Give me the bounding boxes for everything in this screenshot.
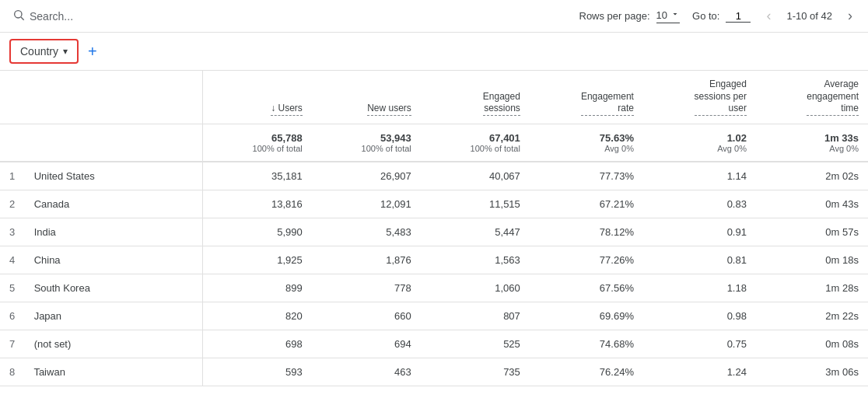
row-country-name-7: Taiwan bbox=[33, 366, 65, 378]
row-rank-7: 8 bbox=[9, 366, 22, 378]
country-filter[interactable]: Country ▾ bbox=[9, 39, 79, 64]
row-country-1: 2 Canada bbox=[0, 190, 202, 218]
rows-per-page-label: Rows per page: bbox=[579, 10, 650, 22]
col-header-new-users[interactable]: New users bbox=[312, 71, 421, 124]
row-users-3: 1,925 bbox=[202, 246, 312, 274]
row-avg-engagement-time-3: 0m 18s bbox=[756, 246, 868, 274]
row-rank-4: 5 bbox=[9, 282, 22, 294]
row-engaged-sessions-per-user-6: 0.75 bbox=[643, 330, 756, 358]
rows-per-page-dropdown-icon bbox=[670, 9, 680, 21]
col-header-engagement-rate[interactable]: Engagementrate bbox=[530, 71, 643, 124]
row-users-1: 13,816 bbox=[202, 190, 312, 218]
row-new-users-7: 463 bbox=[312, 358, 421, 386]
totals-engaged-sessions: 67,401 100% of total bbox=[421, 124, 530, 162]
dimension-header-row: Country ▾ + bbox=[0, 33, 868, 71]
table-row: 1 United States 35,181 26,907 40,067 77.… bbox=[0, 162, 868, 190]
table-row: 2 Canada 13,816 12,091 11,515 67.21% 0.8… bbox=[0, 190, 868, 218]
col-header-users[interactable]: ↓ Users bbox=[202, 71, 312, 124]
row-rank-6: 7 bbox=[9, 338, 22, 350]
data-table: ↓ Users New users Engagedsessions Engage… bbox=[0, 71, 868, 386]
row-avg-engagement-time-0: 2m 02s bbox=[756, 162, 868, 190]
row-country-5: 6 Japan bbox=[0, 302, 202, 330]
prev-page-button[interactable]: ‹ bbox=[763, 6, 774, 26]
row-country-3: 4 China bbox=[0, 246, 202, 274]
row-avg-engagement-time-7: 3m 06s bbox=[756, 358, 868, 386]
totals-engagement-rate: 75.63% Avg 0% bbox=[530, 124, 643, 162]
goto-input[interactable] bbox=[726, 10, 751, 23]
table-row: 5 South Korea 899 778 1,060 67.56% 1.18 … bbox=[0, 274, 868, 302]
goto-area: Go to: bbox=[692, 10, 751, 23]
row-avg-engagement-time-2: 0m 57s bbox=[756, 218, 868, 246]
row-engaged-sessions-per-user-0: 1.14 bbox=[643, 162, 756, 190]
next-page-button[interactable]: › bbox=[845, 6, 856, 26]
row-country-6: 7 (not set) bbox=[0, 330, 202, 358]
row-engaged-sessions-per-user-2: 0.91 bbox=[643, 218, 756, 246]
row-country-7: 8 Taiwan bbox=[0, 358, 202, 386]
country-dropdown-icon: ▾ bbox=[63, 46, 68, 57]
row-rank-2: 3 bbox=[9, 226, 22, 238]
row-engagement-rate-3: 77.26% bbox=[530, 246, 643, 274]
row-country-0: 1 United States bbox=[0, 162, 202, 190]
row-engagement-rate-1: 67.21% bbox=[530, 190, 643, 218]
row-engaged-sessions-per-user-3: 0.81 bbox=[643, 246, 756, 274]
row-new-users-5: 660 bbox=[312, 302, 421, 330]
col-header-engaged-sessions[interactable]: Engagedsessions bbox=[421, 71, 530, 124]
page-range: 1-10 of 42 bbox=[786, 10, 832, 22]
top-bar: Search... Rows per page: 10 Go to: ‹ 1-1… bbox=[0, 0, 868, 33]
totals-new-users: 53,943 100% of total bbox=[312, 124, 421, 162]
row-rank-5: 6 bbox=[9, 310, 22, 322]
rows-per-page: Rows per page: 10 bbox=[579, 9, 681, 23]
row-country-2: 3 India bbox=[0, 218, 202, 246]
col-header-avg-engagement-time[interactable]: Averageengagementtime bbox=[756, 71, 868, 124]
table-row: 8 Taiwan 593 463 735 76.24% 1.24 3m 06s bbox=[0, 358, 868, 386]
rows-per-page-select[interactable]: 10 bbox=[656, 9, 680, 23]
row-engagement-rate-6: 74.68% bbox=[530, 330, 643, 358]
search-icon bbox=[12, 9, 25, 23]
row-engaged-sessions-1: 11,515 bbox=[421, 190, 530, 218]
goto-label: Go to: bbox=[692, 10, 719, 22]
rows-per-page-value: 10 bbox=[656, 9, 667, 21]
search-area[interactable]: Search... bbox=[12, 9, 73, 23]
row-country-name-1: Canada bbox=[34, 198, 70, 210]
row-users-4: 899 bbox=[202, 274, 312, 302]
row-users-6: 698 bbox=[202, 330, 312, 358]
row-users-0: 35,181 bbox=[202, 162, 312, 190]
row-engagement-rate-0: 77.73% bbox=[530, 162, 643, 190]
row-users-7: 593 bbox=[202, 358, 312, 386]
row-country-name-2: India bbox=[34, 226, 56, 238]
col-label-avg-engagement-time: Averageengagementtime bbox=[807, 79, 859, 116]
row-avg-engagement-time-6: 0m 08s bbox=[756, 330, 868, 358]
svg-point-0 bbox=[15, 11, 22, 18]
row-engaged-sessions-per-user-1: 0.83 bbox=[643, 190, 756, 218]
svg-line-1 bbox=[21, 17, 24, 20]
row-users-5: 820 bbox=[202, 302, 312, 330]
row-engagement-rate-5: 69.69% bbox=[530, 302, 643, 330]
pagination-area: Rows per page: 10 Go to: ‹ 1-10 of 42 › bbox=[579, 6, 856, 26]
col-label-engaged-sessions: Engagedsessions bbox=[483, 91, 520, 116]
row-new-users-3: 1,876 bbox=[312, 246, 421, 274]
col-label-engagement-rate: Engagementrate bbox=[581, 91, 634, 116]
table-row: 3 India 5,990 5,483 5,447 78.12% 0.91 0m… bbox=[0, 218, 868, 246]
col-header-engaged-sessions-per-user[interactable]: Engagedsessions peruser bbox=[643, 71, 756, 124]
row-engagement-rate-2: 78.12% bbox=[530, 218, 643, 246]
row-avg-engagement-time-5: 2m 22s bbox=[756, 302, 868, 330]
add-dimension-button[interactable]: + bbox=[88, 43, 97, 61]
totals-engaged-sessions-per-user: 1.02 Avg 0% bbox=[643, 124, 756, 162]
row-engaged-sessions-6: 525 bbox=[421, 330, 530, 358]
search-input-label[interactable]: Search... bbox=[30, 10, 73, 23]
row-rank-0: 1 bbox=[9, 170, 22, 182]
row-users-2: 5,990 bbox=[202, 218, 312, 246]
row-new-users-1: 12,091 bbox=[312, 190, 421, 218]
col-header-country bbox=[0, 71, 202, 124]
totals-dim-cell bbox=[0, 124, 202, 162]
row-country-name-5: Japan bbox=[34, 310, 61, 322]
row-engaged-sessions-5: 807 bbox=[421, 302, 530, 330]
row-engaged-sessions-per-user-7: 1.24 bbox=[643, 358, 756, 386]
row-engaged-sessions-7: 735 bbox=[421, 358, 530, 386]
country-filter-label: Country bbox=[20, 45, 58, 58]
row-new-users-4: 778 bbox=[312, 274, 421, 302]
table-header-row: ↓ Users New users Engagedsessions Engage… bbox=[0, 71, 868, 124]
row-engaged-sessions-per-user-4: 1.18 bbox=[643, 274, 756, 302]
row-country-name-4: South Korea bbox=[34, 282, 90, 294]
col-label-users: ↓ Users bbox=[271, 103, 303, 116]
